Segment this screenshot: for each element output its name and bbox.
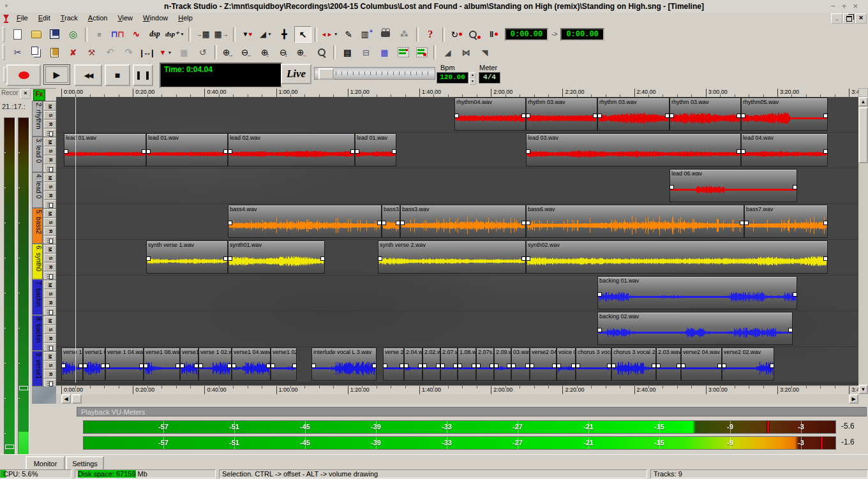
record-mic-button[interactable]: ✎ bbox=[340, 26, 357, 43]
audio-clip[interactable]: verse1 04.wav bbox=[232, 348, 271, 381]
strip-view-a-button[interactable] bbox=[394, 44, 412, 61]
grid-button[interactable]: ▦ bbox=[176, 44, 193, 61]
audio-clip[interactable]: synth02.wav bbox=[526, 240, 828, 274]
clip-left-handle[interactable] bbox=[670, 185, 674, 189]
clip-right-handle[interactable] bbox=[823, 221, 828, 225]
clip-right-handle[interactable] bbox=[740, 221, 744, 225]
toolbar-grip[interactable] bbox=[2, 27, 5, 42]
clip-right-handle[interactable] bbox=[101, 364, 105, 368]
clip-right-handle[interactable] bbox=[788, 328, 793, 332]
move-tool-button[interactable]: ╋ bbox=[276, 26, 293, 43]
loop-region-button[interactable]: ↺ bbox=[194, 44, 211, 61]
clip-left-handle[interactable] bbox=[526, 256, 530, 261]
clip-left-handle[interactable] bbox=[440, 364, 445, 368]
new-file-button[interactable] bbox=[9, 26, 26, 43]
audio-clip[interactable]: voice 02.wav bbox=[557, 348, 576, 381]
clip-left-handle[interactable] bbox=[741, 149, 745, 154]
audio-clip[interactable]: rhythm 03.wav bbox=[526, 98, 597, 131]
track-r-button[interactable]: R bbox=[44, 227, 56, 235]
track-header[interactable]: 5: bass2MSR bbox=[32, 208, 56, 244]
clip-right-handle[interactable] bbox=[490, 364, 494, 368]
clip-left-handle[interactable] bbox=[423, 364, 427, 368]
meter-marker[interactable] bbox=[5, 445, 14, 449]
insert-track-before-button[interactable]: →▦ bbox=[194, 26, 211, 43]
clip-right-handle[interactable] bbox=[593, 114, 597, 118]
track-lane[interactable]: verse 1.07.wavverse1 05.wavverse 1 04.wa… bbox=[56, 347, 858, 383]
clip-left-handle[interactable] bbox=[526, 221, 530, 225]
track-header[interactable]: 7: backinMSR bbox=[32, 279, 56, 315]
menu-action[interactable]: Action bbox=[83, 13, 113, 25]
audio-clip[interactable]: 2.03.wav bbox=[656, 348, 681, 381]
clip-left-handle[interactable] bbox=[476, 364, 481, 368]
scroll-left-icon[interactable]: ◀ bbox=[61, 394, 71, 404]
track-r-button[interactable]: R bbox=[44, 370, 56, 378]
video-window-button[interactable] bbox=[377, 26, 394, 43]
timeline-view-button[interactable]: ⊟ bbox=[357, 44, 375, 61]
audio-clip[interactable]: verse 1 02.wav bbox=[198, 348, 232, 381]
horizontal-scrollbar[interactable]: ◀ ▶ bbox=[56, 394, 858, 404]
clip-right-handle[interactable] bbox=[350, 149, 355, 154]
audio-clip[interactable]: lead 04.wav bbox=[741, 133, 828, 166]
audio-clip[interactable]: verse1 05.wav bbox=[83, 348, 105, 381]
clip-right-handle[interactable] bbox=[266, 364, 271, 368]
track-r-button[interactable]: R bbox=[44, 120, 56, 128]
clip-left-handle[interactable] bbox=[355, 149, 359, 154]
playback-vu-title[interactable]: Playback VU-Meters bbox=[77, 407, 867, 416]
record-button[interactable] bbox=[6, 64, 41, 86]
clip-right-handle[interactable] bbox=[521, 256, 526, 261]
menu-view[interactable]: View bbox=[112, 13, 138, 25]
clip-left-handle[interactable] bbox=[454, 114, 459, 118]
clip-left-handle[interactable] bbox=[228, 256, 232, 261]
audio-clip[interactable]: lead 03.wav bbox=[526, 133, 741, 166]
audio-clip[interactable]: bass3.wav bbox=[400, 205, 526, 238]
track-header[interactable]: 6: synth0MSR bbox=[32, 244, 56, 279]
clip-left-handle[interactable] bbox=[557, 364, 561, 368]
clip-right-handle[interactable] bbox=[823, 149, 828, 154]
clip-left-handle[interactable] bbox=[228, 221, 232, 225]
window-close-button[interactable]: × bbox=[853, 1, 864, 11]
scroll-down-icon[interactable]: ▼ bbox=[858, 385, 868, 394]
mixer-view-button[interactable]: ▦ bbox=[376, 44, 393, 61]
audio-clip[interactable]: rhythm 03.wav bbox=[597, 98, 670, 131]
clip-left-handle[interactable] bbox=[144, 364, 148, 368]
zoom-to-selection-button[interactable]: ⊕↔ bbox=[294, 44, 311, 61]
audio-clip[interactable]: lead 01.wav bbox=[355, 133, 396, 166]
horizontal-scroll-thumb[interactable] bbox=[71, 394, 82, 404]
clip-right-handle[interactable] bbox=[142, 149, 146, 154]
clip-right-handle[interactable] bbox=[176, 364, 180, 368]
track-s-button[interactable]: S bbox=[44, 254, 56, 262]
clip-left-handle[interactable] bbox=[378, 256, 382, 261]
clip-right-handle[interactable] bbox=[793, 185, 797, 189]
track-header[interactable]: 4: lead 0MSR bbox=[32, 172, 56, 208]
track-s-button[interactable]: S bbox=[44, 111, 56, 119]
clip-right-handle[interactable] bbox=[396, 221, 400, 225]
clip-left-handle[interactable] bbox=[597, 328, 602, 332]
clip-left-handle[interactable] bbox=[64, 149, 68, 154]
track-r-button[interactable]: R bbox=[44, 298, 56, 307]
clip-right-handle[interactable] bbox=[521, 221, 526, 225]
slider-thumb[interactable] bbox=[318, 68, 334, 80]
audio-clip[interactable]: 2.07s.wav bbox=[476, 348, 494, 381]
meter-marker[interactable] bbox=[19, 386, 28, 390]
dsp-add-button[interactable]: dsp⁺▼ bbox=[165, 26, 185, 43]
clip-right-handle[interactable] bbox=[607, 364, 611, 368]
scroll-right-icon[interactable]: ▶ bbox=[849, 394, 858, 404]
clip-right-handle[interactable] bbox=[652, 364, 656, 368]
track-header[interactable]: 9: verse1MSR bbox=[32, 351, 56, 387]
clip-left-handle[interactable] bbox=[228, 149, 232, 154]
clip-right-handle[interactable] bbox=[418, 364, 423, 368]
clip-right-handle[interactable] bbox=[194, 364, 198, 368]
audio-clip[interactable]: 03.wav bbox=[511, 348, 530, 381]
track-m-button[interactable]: M bbox=[44, 316, 56, 325]
zoom-out-v-button[interactable]: ⊖↕ bbox=[276, 44, 293, 61]
playback-speed-slider[interactable] bbox=[314, 67, 435, 80]
clip-right-handle[interactable] bbox=[571, 364, 576, 368]
track-r-button[interactable]: R bbox=[44, 156, 56, 164]
copy-button[interactable] bbox=[27, 44, 45, 61]
track-s-button[interactable]: S bbox=[44, 147, 56, 155]
audio-clip[interactable]: interlude vocal L 3.wav bbox=[311, 348, 377, 381]
clip-right-handle[interactable] bbox=[320, 256, 325, 261]
menu-file[interactable]: File bbox=[11, 13, 33, 25]
audio-clip[interactable]: backing 01.wav bbox=[597, 276, 797, 309]
clip-right-handle[interactable] bbox=[521, 114, 526, 118]
